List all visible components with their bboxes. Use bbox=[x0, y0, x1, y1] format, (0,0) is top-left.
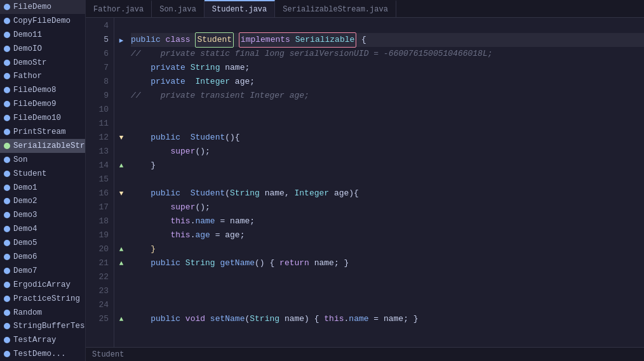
line-num-13: 13 bbox=[86, 145, 109, 159]
line-num-7: 7 bbox=[86, 61, 109, 75]
sidebar-label: Demo6 bbox=[13, 253, 37, 261]
gutter-21[interactable]: ▲ bbox=[114, 256, 128, 270]
sidebar-label: TestArray bbox=[13, 336, 57, 345]
sidebar-label: Demo3 bbox=[13, 211, 37, 220]
line-num-5: 5 bbox=[86, 33, 109, 47]
sidebar-item-FileDemo8[interactable]: FileDemo8 bbox=[0, 83, 85, 97]
sidebar-item-Demo11[interactable]: Demo11 bbox=[0, 28, 85, 42]
sidebar-item-Demo1[interactable]: Demo1 bbox=[0, 181, 85, 195]
sidebar-label: Demo4 bbox=[13, 225, 37, 233]
sidebar-item-FileDemo10[interactable]: FileDemo10 bbox=[0, 111, 85, 125]
sidebar-label: TestDemo... bbox=[13, 350, 66, 358]
code-line-10 bbox=[131, 103, 644, 117]
line-num-19: 19 bbox=[86, 228, 109, 242]
sidebar-item-FileDemo[interactable]: FileDemo bbox=[0, 0, 85, 14]
code-line-19: this.age = age; bbox=[131, 228, 644, 242]
tab-Son[interactable]: Son.java bbox=[152, 0, 205, 17]
sidebar-item-FileDemo9[interactable]: FileDemo9 bbox=[0, 97, 85, 111]
code-line-15 bbox=[131, 173, 644, 187]
sidebar-item-Demo2[interactable]: Demo2 bbox=[0, 194, 85, 208]
line-num-9: 9 bbox=[86, 89, 109, 103]
sidebar-item-TestDemo[interactable]: TestDemo... bbox=[0, 347, 85, 361]
line-num-15: 15 bbox=[86, 173, 109, 187]
sidebar-item-Demo7[interactable]: Demo7 bbox=[0, 264, 85, 278]
line-num-4: 4 bbox=[86, 19, 109, 33]
gutter-16[interactable]: ▼ bbox=[114, 187, 128, 200]
code-content[interactable]: public class Student implements Serializ… bbox=[128, 18, 644, 347]
sidebar-dot bbox=[4, 115, 10, 121]
tab-Fathor[interactable]: Fathor.java bbox=[86, 0, 152, 17]
line-num-25: 25 bbox=[86, 312, 109, 326]
gutter-6 bbox=[114, 47, 128, 61]
line-num-10: 10 bbox=[86, 103, 109, 117]
tab-SerializableStream[interactable]: SerializableStream.java bbox=[275, 0, 396, 17]
sidebar-label: FileDemo8 bbox=[13, 86, 57, 95]
sidebar-label: ErgodicArray bbox=[13, 280, 70, 289]
sidebar-item-Demo5[interactable]: Demo5 bbox=[0, 236, 85, 250]
gutter-11 bbox=[114, 117, 128, 131]
sidebar-item-DemoStr[interactable]: DemoStr bbox=[0, 56, 85, 70]
breadcrumb-text: Student bbox=[92, 350, 124, 359]
code-editor: 4 5 6 7 8 9 10 11 12 13 14 15 16 17 18 1… bbox=[86, 18, 644, 347]
sidebar-item-TestArray[interactable]: TestArray bbox=[0, 333, 85, 347]
sidebar-dot bbox=[4, 351, 10, 357]
line-num-21: 21 bbox=[86, 256, 109, 270]
gutter-20[interactable]: ▲ bbox=[114, 242, 128, 256]
line-num-8: 8 bbox=[86, 75, 109, 89]
sidebar-label: Demo1 bbox=[13, 183, 37, 192]
code-line-12: public Student(){ bbox=[131, 131, 644, 145]
sidebar-dot bbox=[4, 240, 10, 246]
gutter-10 bbox=[114, 103, 128, 117]
sidebar-item-Demo3[interactable]: Demo3 bbox=[0, 208, 85, 222]
sidebar-dot bbox=[4, 87, 10, 93]
sidebar-label: CopyFileDemo bbox=[13, 16, 70, 25]
gutter-5[interactable]: ▶ bbox=[114, 33, 128, 47]
sidebar-label: Demo5 bbox=[13, 239, 37, 247]
sidebar-label: Student bbox=[13, 169, 47, 178]
sidebar-dot bbox=[4, 143, 10, 149]
sidebar-dot bbox=[4, 282, 10, 288]
sidebar-item-PracticeString[interactable]: PracticeString bbox=[0, 292, 85, 306]
sidebar-dot bbox=[4, 171, 10, 177]
code-line-16: public Student(String name, Integer age)… bbox=[131, 187, 644, 200]
sidebar-dot bbox=[4, 32, 10, 38]
sidebar-item-PrintStream[interactable]: PrintStream bbox=[0, 125, 85, 139]
sidebar-item-ErgodicArray[interactable]: ErgodicArray bbox=[0, 278, 85, 292]
sidebar-label: Random bbox=[13, 308, 42, 317]
line-num-6: 6 bbox=[86, 47, 109, 61]
gutter-25[interactable]: ▲ bbox=[114, 312, 128, 326]
tab-label: Son.java bbox=[159, 5, 196, 14]
code-line-20: } bbox=[131, 242, 644, 256]
gutter-12[interactable]: ▼ bbox=[114, 131, 128, 145]
code-line-5: public class Student implements Serializ… bbox=[131, 33, 644, 47]
code-line-14: } bbox=[131, 159, 644, 173]
gutter-14[interactable]: ▲ bbox=[114, 159, 128, 173]
sidebar-dot bbox=[4, 101, 10, 107]
sidebar-dot bbox=[4, 18, 10, 24]
gutter-8 bbox=[114, 75, 128, 89]
sidebar-label: DemoIO bbox=[13, 44, 42, 53]
sidebar-label: SerializableStream bbox=[13, 141, 86, 150]
sidebar-dot bbox=[4, 310, 10, 316]
sidebar-item-CopyFileDemo[interactable]: CopyFileDemo bbox=[0, 14, 85, 28]
sidebar-label: Demo11 bbox=[13, 30, 42, 39]
sidebar-dot bbox=[4, 226, 10, 232]
gutter-17 bbox=[114, 200, 128, 214]
sidebar-label: StringBufferTest bbox=[13, 322, 86, 331]
sidebar-item-Random[interactable]: Random bbox=[0, 306, 85, 320]
code-line-23 bbox=[131, 284, 644, 298]
sidebar-item-StringBufferTest[interactable]: StringBufferTest bbox=[0, 319, 85, 333]
sidebar-item-SerializableStream[interactable]: SerializableStream bbox=[0, 139, 85, 153]
sidebar-item-Student[interactable]: Student bbox=[0, 167, 85, 181]
tab-Student[interactable]: Student.java bbox=[205, 0, 275, 17]
sidebar-item-Demo4[interactable]: Demo4 bbox=[0, 222, 85, 236]
sidebar-dot bbox=[4, 268, 10, 274]
sidebar-label: PrintStream bbox=[13, 128, 66, 136]
sidebar-item-Demo6[interactable]: Demo6 bbox=[0, 250, 85, 264]
sidebar-item-Fathor[interactable]: Fathor bbox=[0, 69, 85, 83]
sidebar-item-DemoIO[interactable]: DemoIO bbox=[0, 42, 85, 56]
line-num-16: 16 bbox=[86, 187, 109, 200]
gutter-24 bbox=[114, 298, 128, 312]
sidebar-dot bbox=[4, 46, 10, 52]
sidebar-item-Son[interactable]: Son bbox=[0, 153, 85, 167]
